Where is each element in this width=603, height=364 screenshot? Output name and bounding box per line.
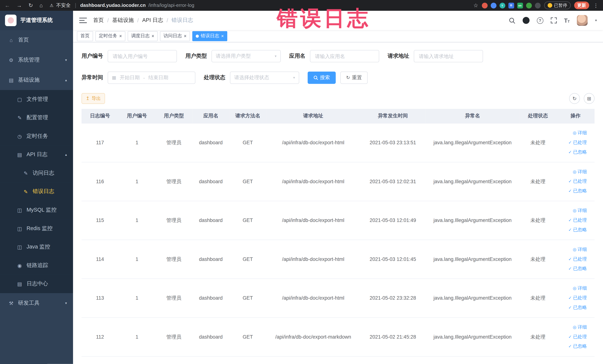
tab-job[interactable]: 定时任务× [95,31,126,41]
extension-icon-teal[interactable]: Y [499,2,505,8]
request-url-input[interactable] [414,50,483,62]
sidebar-item-file[interactable]: ▢文件管理 [0,90,73,108]
tab-home[interactable]: 首页 [77,31,93,41]
extension-icon-red[interactable] [482,2,487,8]
detail-link[interactable]: ◎详细 [558,206,587,215]
sidebar-item-mysql[interactable]: ◫MySQL 监控 [0,201,73,219]
user-id-input[interactable] [108,50,177,62]
view-icon: ◎ [573,167,577,176]
close-icon[interactable]: × [119,34,122,38]
ignored-link[interactable]: ✓已忽略 [558,264,587,273]
column-header: 请求方法名 [229,109,266,123]
sidebar-item-infra[interactable]: ▤基础设施▴ [0,70,73,90]
extension-icon-dark[interactable] [535,2,541,8]
user-type-select[interactable]: 请选择用户类型 ▾ [211,50,281,62]
processed-link[interactable]: ✓已处理 [558,176,587,186]
github-icon[interactable] [522,17,529,24]
browser-right: ☆ Y⊞on 已暂停 更新 ⋮ [474,1,598,9]
column-header: 应用名 [192,109,229,123]
sidebar-item-access-log[interactable]: ✎访问日志 [0,164,73,182]
process-status-select[interactable]: 请选择处理状态 ▾ [230,71,299,84]
avatar[interactable] [577,15,588,26]
start-date-placeholder: 开始日期 [120,74,140,81]
app-name-input[interactable] [310,50,379,62]
date-range-picker[interactable]: ▦ 开始日期 - 结束日期 [108,71,195,84]
table-row: 1131管理员dashboardGET/api/infra/db-doc/exp… [81,279,595,317]
export-button[interactable]: ↥ 导出 [81,93,105,104]
processed-link[interactable]: ✓已处理 [558,332,587,341]
detail-link[interactable]: ◎详细 [558,245,587,254]
processed-link[interactable]: ✓已处理 [558,293,587,303]
sidebar-item-redis[interactable]: ◫Redis 监控 [0,219,73,238]
close-icon[interactable]: × [184,34,187,38]
sidebar-item-label: 文件管理 [26,96,67,103]
bookmark-star-icon[interactable]: ☆ [474,2,478,8]
app-logo[interactable]: 芋道管理系统 [0,11,73,30]
column-settings-button[interactable]: ⊞ [584,93,594,104]
security-label[interactable]: 不安全 [56,2,71,9]
sidebar-item-job[interactable]: ◷定时任务 [0,127,73,146]
browser-menu-icon[interactable]: ⋮ [593,2,598,8]
tab-access-log[interactable]: 访问日志× [160,31,190,41]
ignored-link[interactable]: ✓已忽略 [558,341,587,351]
exception-cell: java.lang.IllegalArgumentException [426,162,520,201]
refresh-button[interactable]: ↻ [569,93,580,104]
id-cell: 117 [81,123,118,162]
reset-button[interactable]: ↻ 重置 [340,71,368,84]
breadcrumb-item[interactable]: 基础设施 [112,17,134,24]
main-area: 首页/基础设施/API 日志/错误日志 ? TT ▾ 首页定时任务×调度日志×访… [73,11,603,364]
processed-link[interactable]: ✓已处理 [558,138,587,147]
tab-error-log[interactable]: 错误日志× [192,31,227,41]
range-separator: - [143,75,145,81]
sidebar-item-trace[interactable]: ◉链路追踪 [0,256,73,275]
ignored-link[interactable]: ✓已忽略 [558,303,587,312]
reload-icon[interactable]: ↻ [29,2,33,8]
sidebar-item-config[interactable]: ✎配置管理 [0,108,73,127]
fullscreen-icon[interactable] [551,17,557,23]
sidebar-item-java[interactable]: ◫Java 监控 [0,238,73,256]
update-button[interactable]: 更新 [574,1,589,9]
sidebar-item-label: 定时任务 [26,133,67,140]
search-button[interactable]: 搜索 [308,71,336,84]
font-size-icon[interactable]: TT [564,17,570,23]
sidebar-item-log-center[interactable]: ▤日志中心 [0,275,73,293]
extension-icon-on[interactable]: on [517,2,523,8]
sidebar-item-system[interactable]: ⚙系统管理▾ [0,50,73,70]
breadcrumb-item[interactable]: API 日志 [142,17,163,24]
help-icon[interactable]: ? [537,17,543,23]
breadcrumb-item[interactable]: 首页 [93,17,104,24]
time-cell: 2021-05-03 12:01:45 [360,240,426,279]
extension-icon-leaf[interactable] [526,2,532,8]
sidebar-item-devtools[interactable]: ⚒研发工具▾ [0,293,73,313]
detail-link[interactable]: ◎详细 [558,167,587,176]
detail-link[interactable]: ◎详细 [558,283,587,293]
refresh-icon: ↻ [346,75,350,80]
forward-icon[interactable]: → [16,2,22,8]
close-icon[interactable]: × [151,34,154,38]
processed-link[interactable]: ✓已处理 [558,254,587,264]
sidebar-item-api-log[interactable]: ▤API 日志▴ [0,145,73,164]
ignored-link[interactable]: ✓已忽略 [558,147,587,157]
chevron-down-icon: ▾ [65,301,67,305]
active-dot-icon [196,35,199,38]
ignored-link[interactable]: ✓已忽略 [558,186,587,196]
search-icon[interactable] [509,17,515,23]
sidebar-toggle-icon[interactable] [79,18,87,23]
avatar-caret-icon[interactable]: ▾ [595,19,597,23]
tab-job-log[interactable]: 调度日志× [128,31,158,41]
sidebar-item-home[interactable]: ⌂首页 [0,30,73,50]
page: ← → ↻ ⌂ ⚠ 不安全 dashboard.yudao.iocoder.cn… [0,0,603,364]
ignored-link[interactable]: ✓已忽略 [558,225,587,235]
extension-icon-blue[interactable] [490,2,496,8]
paused-extension-chip[interactable]: 已暂停 [544,1,571,9]
address-bar[interactable]: ⚠ 不安全 dashboard.yudao.iocoder.cn/infra/l… [50,2,474,9]
close-icon[interactable]: × [221,34,224,38]
home-icon[interactable]: ⌂ [39,2,43,8]
processed-link[interactable]: ✓已处理 [558,215,587,225]
back-icon[interactable]: ← [5,2,10,8]
action-label: 已处理 [573,138,587,147]
extension-icon-grid[interactable]: ⊞ [508,2,514,8]
detail-link[interactable]: ◎详细 [558,322,587,332]
detail-link[interactable]: ◎详细 [558,128,587,138]
sidebar-item-error-log[interactable]: ✎错误日志 [0,182,73,201]
